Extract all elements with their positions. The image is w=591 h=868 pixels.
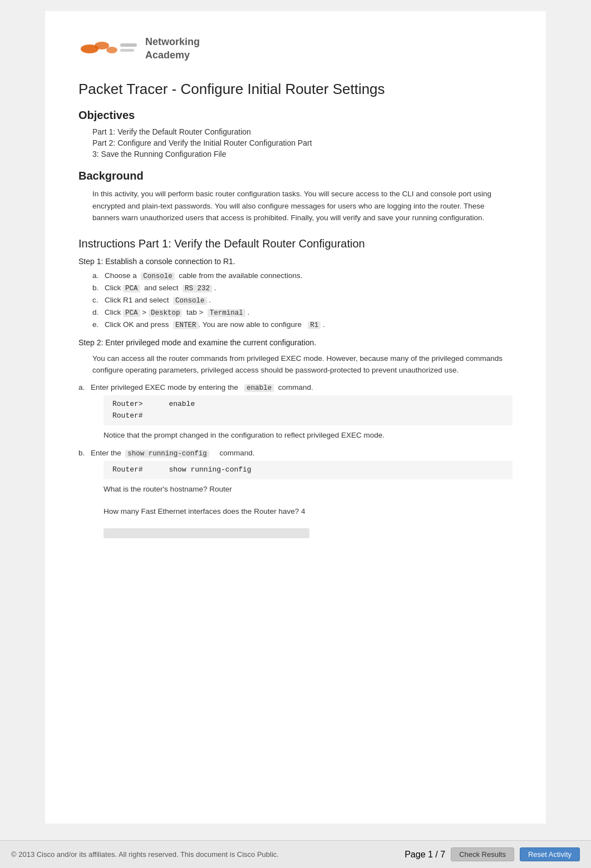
cisco-logo-icon bbox=[78, 33, 140, 64]
step2-q2: How many Fast Ethernet interfaces does t… bbox=[104, 506, 513, 517]
objectives-list: Part 1: Verify the Default Router Config… bbox=[78, 127, 513, 158]
step1-item-e: e. Click OK and press ENTER. You are now… bbox=[92, 320, 513, 329]
step2-a-code: Router> enableRouter# bbox=[104, 395, 513, 425]
objective-item-2: Part 2: Configure and Verify the Initial… bbox=[92, 138, 513, 147]
svg-point-2 bbox=[106, 47, 117, 53]
objective-item-1: Part 1: Verify the Default Router Config… bbox=[92, 127, 513, 136]
reset-activity-button[interactable]: Reset Activity bbox=[520, 847, 580, 861]
page-label: Page 1 / 7 bbox=[405, 850, 445, 860]
footer-controls: Page 1 / 7 Check Results Reset Activity bbox=[405, 847, 580, 861]
logo-area: Networking Academy bbox=[78, 33, 513, 64]
step2-a-notice: Notice that the prompt changed in the co… bbox=[104, 430, 513, 441]
objective-item-3: 3: Save the Running Configuration File bbox=[92, 150, 513, 158]
svg-rect-4 bbox=[120, 49, 134, 52]
step2-title: Step 2: Enter privileged mode and examin… bbox=[78, 338, 513, 347]
footer-bar: © 2013 Cisco and/or its affiliates. All … bbox=[0, 840, 591, 868]
svg-point-1 bbox=[95, 42, 109, 49]
background-heading: Background bbox=[78, 170, 513, 182]
logo-line2: Academy bbox=[145, 49, 200, 62]
step1-item-b: b. Click PCA and select RS 232 . bbox=[92, 284, 513, 292]
step1-list: a. Choose a Console cable from the avail… bbox=[78, 271, 513, 329]
background-text: In this activity, you will perform basic… bbox=[78, 188, 513, 224]
step2-b-code: Router# show running-config bbox=[104, 461, 513, 479]
objectives-heading: Objectives bbox=[78, 109, 513, 122]
footer-copyright: © 2013 Cisco and/or its affiliates. All … bbox=[11, 850, 405, 859]
step1-item-c: c. Click R1 and select Console . bbox=[92, 296, 513, 305]
step1-title: Step 1: Establish a console connection t… bbox=[78, 257, 513, 266]
instructions-heading: Instructions Part 1: Verify the Default … bbox=[78, 237, 513, 250]
step2-sub-a: a. Enter privileged EXEC mode by enterin… bbox=[78, 383, 513, 441]
step1-item-d: d. Click PCA > Desktop tab > Terminal . bbox=[92, 308, 513, 317]
redacted-bar-1 bbox=[104, 528, 309, 538]
logo-line1: Networking bbox=[145, 36, 200, 48]
step2-description: You can access all the router commands f… bbox=[78, 353, 513, 376]
doc-title: Packet Tracer - Configure Initial Router… bbox=[78, 81, 513, 98]
check-results-button[interactable]: Check Results bbox=[451, 847, 514, 861]
step2-a-text: Enter privileged EXEC mode by entering t… bbox=[91, 383, 313, 392]
step1-item-a: a. Choose a Console cable from the avail… bbox=[92, 271, 513, 280]
step2-q1: What is the router's hostname? Router bbox=[104, 484, 513, 495]
logo-text: Networking Academy bbox=[145, 36, 200, 62]
step2-sub-b: b. Enter the show running-config command… bbox=[78, 449, 513, 538]
step2-b-text: Enter the show running-config command. bbox=[91, 449, 255, 458]
svg-rect-3 bbox=[120, 43, 137, 47]
